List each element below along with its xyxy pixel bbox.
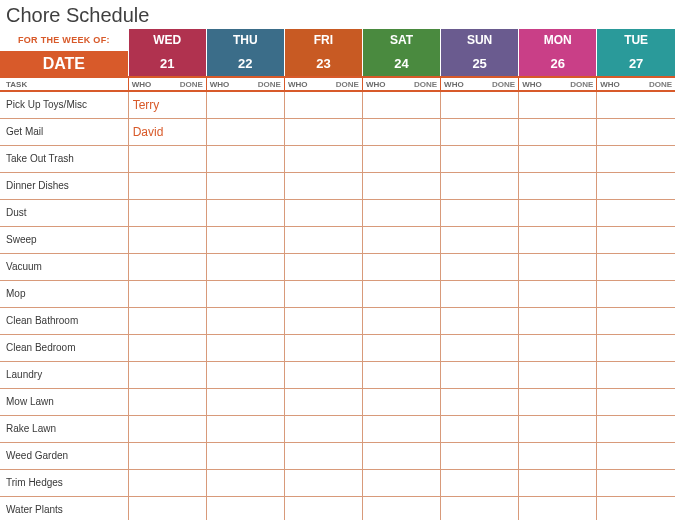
done-cell[interactable] (175, 199, 206, 226)
done-cell[interactable] (253, 361, 284, 388)
who-cell[interactable] (519, 172, 566, 199)
who-cell[interactable] (284, 253, 331, 280)
done-cell[interactable] (566, 280, 597, 307)
done-cell[interactable] (331, 496, 362, 520)
who-cell[interactable] (284, 91, 331, 118)
who-cell[interactable] (597, 91, 644, 118)
done-cell[interactable] (331, 253, 362, 280)
who-cell[interactable] (128, 253, 175, 280)
who-cell[interactable] (441, 388, 488, 415)
who-cell[interactable] (362, 226, 409, 253)
who-cell[interactable] (362, 199, 409, 226)
done-cell[interactable] (410, 226, 441, 253)
who-cell[interactable] (519, 199, 566, 226)
who-cell[interactable] (206, 118, 253, 145)
done-cell[interactable] (488, 91, 519, 118)
who-cell[interactable] (597, 226, 644, 253)
who-cell[interactable] (519, 145, 566, 172)
who-cell[interactable] (441, 280, 488, 307)
who-cell[interactable] (128, 469, 175, 496)
done-cell[interactable] (488, 361, 519, 388)
done-cell[interactable] (488, 334, 519, 361)
who-cell[interactable] (128, 334, 175, 361)
done-cell[interactable] (175, 307, 206, 334)
done-cell[interactable] (410, 415, 441, 442)
who-cell[interactable] (519, 496, 566, 520)
who-cell[interactable] (519, 469, 566, 496)
who-cell[interactable] (128, 388, 175, 415)
who-cell[interactable] (597, 280, 644, 307)
who-cell[interactable] (206, 280, 253, 307)
who-cell[interactable] (284, 388, 331, 415)
done-cell[interactable] (644, 442, 675, 469)
who-cell[interactable] (597, 172, 644, 199)
who-cell[interactable] (441, 469, 488, 496)
done-cell[interactable] (410, 388, 441, 415)
who-cell[interactable] (206, 145, 253, 172)
who-cell[interactable] (128, 415, 175, 442)
who-cell[interactable] (519, 118, 566, 145)
who-cell[interactable] (128, 307, 175, 334)
who-cell[interactable] (519, 388, 566, 415)
who-cell[interactable] (441, 172, 488, 199)
who-cell[interactable] (206, 307, 253, 334)
who-cell[interactable] (128, 199, 175, 226)
done-cell[interactable] (253, 496, 284, 520)
done-cell[interactable] (253, 172, 284, 199)
who-cell[interactable] (519, 91, 566, 118)
who-cell[interactable] (441, 442, 488, 469)
who-cell[interactable] (441, 145, 488, 172)
done-cell[interactable] (253, 226, 284, 253)
done-cell[interactable] (253, 145, 284, 172)
who-cell[interactable] (284, 496, 331, 520)
who-cell[interactable] (206, 334, 253, 361)
done-cell[interactable] (644, 280, 675, 307)
done-cell[interactable] (566, 91, 597, 118)
done-cell[interactable] (175, 334, 206, 361)
done-cell[interactable] (331, 118, 362, 145)
who-cell[interactable] (519, 307, 566, 334)
who-cell[interactable] (128, 442, 175, 469)
done-cell[interactable] (175, 415, 206, 442)
who-cell[interactable] (362, 415, 409, 442)
done-cell[interactable] (488, 442, 519, 469)
who-cell[interactable] (441, 361, 488, 388)
who-cell[interactable]: David (128, 118, 175, 145)
done-cell[interactable] (253, 334, 284, 361)
done-cell[interactable] (253, 280, 284, 307)
done-cell[interactable] (644, 199, 675, 226)
done-cell[interactable] (331, 199, 362, 226)
who-cell[interactable] (597, 118, 644, 145)
done-cell[interactable] (175, 118, 206, 145)
who-cell[interactable] (441, 334, 488, 361)
done-cell[interactable] (644, 145, 675, 172)
done-cell[interactable] (331, 280, 362, 307)
done-cell[interactable] (410, 361, 441, 388)
done-cell[interactable] (253, 307, 284, 334)
who-cell[interactable] (284, 280, 331, 307)
done-cell[interactable] (566, 442, 597, 469)
done-cell[interactable] (331, 307, 362, 334)
who-cell[interactable] (284, 469, 331, 496)
done-cell[interactable] (644, 334, 675, 361)
done-cell[interactable] (566, 172, 597, 199)
who-cell[interactable] (519, 361, 566, 388)
done-cell[interactable] (410, 496, 441, 520)
done-cell[interactable] (253, 469, 284, 496)
who-cell[interactable] (284, 118, 331, 145)
who-cell[interactable] (441, 199, 488, 226)
who-cell[interactable] (284, 442, 331, 469)
who-cell[interactable] (284, 199, 331, 226)
done-cell[interactable] (566, 415, 597, 442)
who-cell[interactable] (362, 361, 409, 388)
done-cell[interactable] (410, 172, 441, 199)
who-cell[interactable] (519, 226, 566, 253)
done-cell[interactable] (410, 280, 441, 307)
done-cell[interactable] (175, 388, 206, 415)
done-cell[interactable] (175, 226, 206, 253)
done-cell[interactable] (566, 334, 597, 361)
who-cell[interactable] (441, 496, 488, 520)
done-cell[interactable] (488, 280, 519, 307)
who-cell[interactable] (597, 334, 644, 361)
done-cell[interactable] (410, 307, 441, 334)
